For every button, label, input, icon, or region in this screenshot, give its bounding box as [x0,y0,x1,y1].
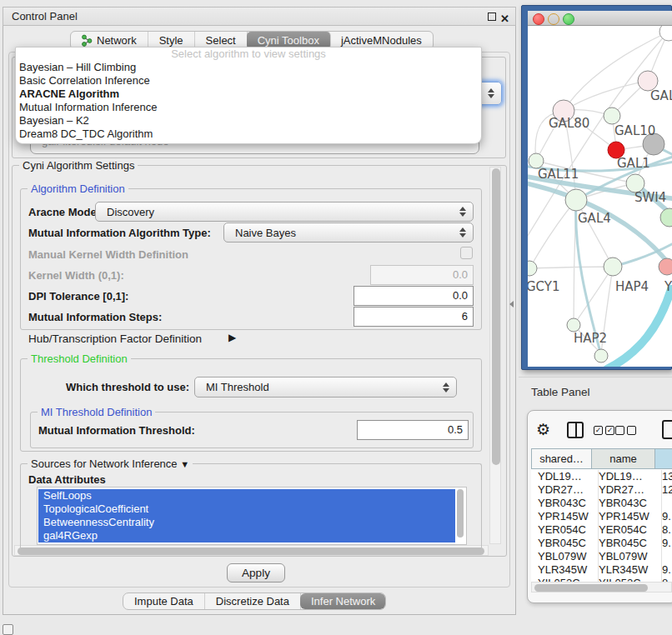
mi-algorithm-type-combobox[interactable]: Naive Bayes [223,222,474,242]
network-canvas[interactable]: GAL GAL80 GAL10 GAL1 GAL11 SWI4 GAL4 GCY… [528,26,672,367]
cell-name: YPR145W [592,510,662,523]
column-header-name[interactable]: name [592,448,655,469]
cell-value: 9. [655,510,672,523]
settings-vertical-scrollbar[interactable] [489,167,501,544]
cell-value [655,497,672,510]
list-item-selfloops[interactable]: SelfLoops [38,489,455,502]
list-item-betweennesscentrality[interactable]: BetweennessCentrality [38,516,455,529]
node-hap4[interactable] [604,258,622,276]
table-row[interactable]: YDL19… YDL19… 13 [531,470,672,483]
aracne-mode-label: Aracne Mode: [28,206,100,218]
column-header-partial[interactable] [655,448,672,469]
node-label-gal: GAL [650,88,672,103]
node-label-swi4: SWI4 [634,190,666,205]
mi-steps-field[interactable]: 6 [354,307,474,327]
manual-kernel-width-checkbox[interactable] [460,247,473,259]
node-right-partial[interactable] [660,208,672,227]
data-attributes-label: Data Attributes [28,473,106,486]
table-row[interactable]: YPR145W YPR145W 9. [531,510,672,523]
cell-value: 8. [655,523,672,537]
new-table-icon[interactable] [662,420,672,439]
tab-impute-data[interactable]: Impute Data [123,593,205,609]
table-horizontal-scrollbar-thumb[interactable] [534,584,648,592]
dropdown-item-bayesian-k2[interactable]: Bayesian – K2 [16,114,481,128]
tab-discretize-data[interactable]: Discretize Data [205,593,301,609]
column-header-name-label: name [609,452,637,465]
node-gal10[interactable] [604,108,620,124]
column-header-shared-name[interactable]: shared… [531,448,592,469]
dropdown-item-basic-correlation[interactable]: Basic Correlation Inference [16,74,481,88]
dropdown-item-mutual-information[interactable]: Mutual Information Inference [16,101,481,114]
table-row[interactable]: YER054C YER054C 8. [531,523,672,537]
dropdown-item-aracne[interactable]: ARACNE Algorithm [16,88,481,101]
node-hap2[interactable] [567,318,580,332]
tab-style-label: Style [159,34,183,47]
columns-icon[interactable] [567,422,584,438]
table-row[interactable]: YBL079W YBL079W [531,550,672,563]
deselect-all-checkboxes-icon[interactable] [615,426,636,435]
sources-group-title: Sources for Network Inference ▼ [28,458,193,470]
node-gal4[interactable] [565,189,587,211]
tab-discretize-data-label: Discretize Data [216,595,289,608]
node-top-partial[interactable] [659,26,672,41]
cyni-algorithm-settings-title: Cyni Algorithm Settings [19,159,138,172]
table-row[interactable]: YLR345W YLR345W 9. [531,563,672,577]
node-label-y-partial: Y [664,279,672,294]
dpi-tolerance-field[interactable]: 0.0 [354,286,474,306]
tab-infer-network-label: Infer Network [311,595,375,608]
node-label-hap2: HAP2 [574,331,607,346]
node-salmon[interactable] [659,258,672,275]
control-panel-titlebar: Control Panel ✕ [3,7,516,26]
list-item-topologicalcoefficient[interactable]: TopologicalCoefficient [38,502,455,516]
node-label-gcy1: GCY1 [528,279,560,294]
tab-select-label: Select [206,34,236,47]
cell-name: YER054C [592,523,662,537]
cell-name: YLR345W [592,563,662,577]
hub-expand-icon[interactable]: ▶ [228,332,236,343]
splitpane-collapse-icon[interactable] [509,301,514,308]
cell-name: YBL079W [592,550,662,563]
minimize-window-icon[interactable] [548,13,559,25]
tab-infer-network[interactable]: Infer Network [300,593,386,609]
list-scrollbar-thumb[interactable] [457,489,464,538]
table-row[interactable]: YBR045C YBR045C 9. [531,537,672,550]
dropdown-item-dream8[interactable]: Dream8 DC_TDC Algorithm [16,128,481,141]
which-threshold-combobox[interactable]: MI Threshold [194,377,457,398]
cell-name: YDL19… [592,470,662,483]
network-icon [82,34,93,47]
apply-button[interactable]: Apply [227,563,285,582]
cell-shared-name: YDR27… [531,483,599,497]
mi-threshold-field[interactable]: 0.5 [357,420,469,440]
cell-value: 13 [655,470,672,483]
sources-collapse-icon[interactable]: ▼ [180,459,189,469]
zoom-window-icon[interactable] [563,13,574,25]
cell-shared-name: YLR345W [531,563,599,577]
aracne-mode-combobox[interactable]: Discovery [95,202,474,222]
kernel-width-field[interactable]: 0.0 [370,265,474,285]
minimized-panel-icon[interactable] [3,624,13,635]
table-row[interactable]: YDR27… YDR27… 12 [531,483,672,497]
threshold-definition-title: Threshold Definition [28,352,131,365]
column-header-shared-name-label: shared… [539,452,584,465]
gear-icon[interactable]: ⚙ [536,420,550,439]
settings-vertical-scrollbar-thumb[interactable] [492,168,500,465]
table-row[interactable]: YBR043C YBR043C [531,497,672,510]
node-gcy1[interactable] [528,261,537,276]
node-label-gal80: GAL80 [549,116,589,131]
node-label-hap4: HAP4 [615,279,649,294]
network-window-titlebar[interactable] [528,11,672,26]
select-all-checkboxes-icon[interactable]: ✓✓ [594,426,614,435]
table-horizontal-scrollbar[interactable] [531,582,672,592]
hub-definition-label[interactable]: Hub/Transcription Factor Definition [28,332,202,345]
dropdown-item-bayesian-hill-climbing[interactable]: Bayesian – Hill Climbing [16,61,481,74]
node-label-gal1: GAL1 [617,156,650,171]
combo-stepper-icon [487,88,494,98]
table-panel-title: Table Panel [531,386,590,398]
which-threshold-label: Which threshold to use: [66,381,189,393]
aracne-mode-value: Discovery [96,206,459,218]
list-item-gal4rgexp[interactable]: gal4RGexp [38,529,455,542]
close-panel-icon[interactable]: ✕ [500,10,509,28]
close-window-icon[interactable] [533,13,544,25]
float-panel-icon[interactable] [488,12,496,21]
node-bottom-partial[interactable] [594,349,608,362]
